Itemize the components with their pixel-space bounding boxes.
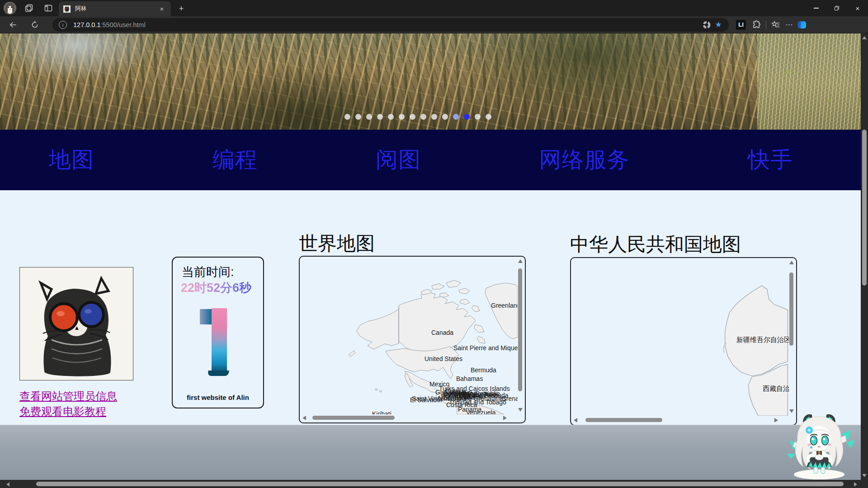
world-map-widget[interactable]: GreenlandCanadaSaint Pierre and Miquelon… <box>299 256 526 423</box>
clock-label: 当前时间: <box>182 264 234 280</box>
world-map-horizontal-scrollbar[interactable] <box>301 414 517 422</box>
carousel-dots <box>344 114 491 120</box>
chibi-girl-image <box>783 412 856 480</box>
scroll-left-icon[interactable] <box>302 416 306 420</box>
carousel-dot[interactable] <box>377 114 383 120</box>
minimize-button[interactable] <box>806 0 826 16</box>
workspaces-icon[interactable] <box>24 3 34 14</box>
tab-close-icon[interactable]: × <box>157 5 166 14</box>
browser-tab[interactable]: 阿林 × <box>59 1 171 16</box>
china-map-vertical-scrollbar[interactable] <box>788 259 795 415</box>
carousel-dot[interactable] <box>431 114 437 120</box>
tab-actions-icon[interactable] <box>43 3 54 14</box>
profile-avatar[interactable] <box>4 2 16 14</box>
refresh-icon[interactable] <box>28 18 42 32</box>
carousel-photo-grass <box>757 33 861 130</box>
map-label: 西藏自治区 <box>763 385 789 393</box>
nav-item-programming[interactable]: 编程 <box>212 145 258 175</box>
toolbar-right: ⋯ <box>750 18 810 32</box>
number-one-logo <box>199 308 240 376</box>
carousel-dot[interactable] <box>388 114 394 120</box>
nav-item-pictures[interactable]: 阅图 <box>376 145 421 175</box>
browser-window: 阿林 × + × i 127.0.0.1:5500/user.html <box>0 0 868 488</box>
admin-info-link[interactable]: 查看网站管理员信息 <box>19 389 117 404</box>
extension-l-icon[interactable]: Ll <box>736 20 746 30</box>
carousel-dot[interactable] <box>486 114 491 120</box>
world-map-vertical-scrollbar[interactable] <box>517 258 524 413</box>
new-tab-button[interactable]: + <box>176 4 186 14</box>
anime-mascot <box>783 412 856 480</box>
tab-title: 阿林 <box>75 5 157 13</box>
scroll-thumb[interactable] <box>36 482 844 486</box>
tab-favicon-cat <box>63 5 71 13</box>
favorite-star-icon[interactable]: ★ <box>712 19 724 31</box>
china-map-title: 中华人民共和国地图 <box>570 232 741 257</box>
url-host: 127.0.0.1 <box>73 21 100 28</box>
map-label: Bermuda <box>471 366 496 374</box>
tab-strip: 阿林 × + × <box>0 0 868 16</box>
carousel-dot[interactable] <box>366 114 372 120</box>
browser-toolbar: i 127.0.0.1:5500/user.html ★ Ll <box>0 16 868 33</box>
scroll-left-icon[interactable] <box>574 418 577 422</box>
nav-item-kuaishou[interactable]: 快手 <box>748 145 793 175</box>
carousel-dot[interactable] <box>420 114 426 120</box>
china-map-horizontal-scrollbar[interactable] <box>572 417 788 424</box>
settings-more-icon[interactable]: ⋯ <box>783 18 796 32</box>
carousel-dot[interactable] <box>475 114 481 120</box>
carousel-dot[interactable] <box>464 114 470 120</box>
main-navigation: 地图 编程 阅图 网络服务 快手 <box>0 130 861 190</box>
carousel-dot[interactable] <box>442 114 448 120</box>
husky-avatar-image <box>4 2 16 14</box>
nav-item-network-services[interactable]: 网络服务 <box>539 145 630 175</box>
movie-tutorial-link[interactable]: 免费观看电影教程 <box>19 404 106 419</box>
map-label: Bahamas <box>456 375 483 382</box>
carousel-dot[interactable] <box>344 114 350 120</box>
extensions-puzzle-icon[interactable] <box>750 18 763 32</box>
carousel-dot[interactable] <box>399 114 405 120</box>
scroll-right-icon[interactable] <box>854 482 857 487</box>
scroll-thumb[interactable] <box>312 416 395 420</box>
window-controls: × <box>806 0 868 16</box>
carousel-dot[interactable] <box>410 114 415 120</box>
scroll-right-icon[interactable] <box>503 416 507 420</box>
scroll-up-icon[interactable] <box>789 261 794 264</box>
scroll-left-icon[interactable] <box>6 482 9 487</box>
photo-carousel[interactable] <box>0 33 861 130</box>
carousel-dot[interactable] <box>355 114 361 120</box>
site-info-icon[interactable]: i <box>59 21 67 29</box>
scroll-up-icon[interactable] <box>518 259 523 263</box>
map-label: United States <box>425 355 462 362</box>
back-icon[interactable] <box>6 18 20 32</box>
restore-button[interactable] <box>826 0 847 16</box>
web-page: 地图 编程 阅图 网络服务 快手 <box>0 33 861 480</box>
nav-item-map[interactable]: 地图 <box>49 145 94 175</box>
scroll-thumb[interactable] <box>518 268 522 391</box>
browser-essentials-icon[interactable] <box>701 19 712 31</box>
world-map-title: 世界地图 <box>299 231 375 256</box>
map-label: Kiribati <box>372 410 392 414</box>
cat-with-glasses-drawing <box>20 267 133 380</box>
carousel-dot[interactable] <box>453 114 459 120</box>
china-map-widget[interactable]: 新疆维吾尔自治区西藏自治区 <box>570 257 797 426</box>
address-bar[interactable]: i 127.0.0.1:5500/user.html ★ <box>52 18 729 32</box>
scroll-thumb[interactable] <box>585 418 662 422</box>
scroll-down-icon[interactable] <box>518 408 523 412</box>
page-footer <box>0 425 861 480</box>
clock-widget: 当前时间: 22时52分6秒 first website of Alin <box>172 257 264 408</box>
scroll-down-icon[interactable] <box>862 474 867 477</box>
browser-vertical-scrollbar[interactable] <box>861 33 868 480</box>
scroll-thumb[interactable] <box>862 130 867 286</box>
main-content: 查看网站管理员信息 免费观看电影教程 当前时间: 22时52分6秒 first … <box>0 190 861 425</box>
copilot-icon[interactable] <box>796 18 810 32</box>
toolbar-divider <box>766 21 766 29</box>
favorites-list-icon[interactable] <box>769 18 783 32</box>
window-close-button[interactable]: × <box>847 0 868 16</box>
map-label: El Salvador <box>410 396 443 404</box>
browser-horizontal-scrollbar[interactable] <box>0 480 868 488</box>
map-label: Greenland <box>491 302 518 309</box>
url-text[interactable]: 127.0.0.1:5500/user.html <box>73 21 701 28</box>
scroll-thumb[interactable] <box>789 272 793 346</box>
admin-cat-picture <box>19 267 133 380</box>
scroll-right-icon[interactable] <box>774 418 778 422</box>
scroll-up-icon[interactable] <box>862 36 867 39</box>
